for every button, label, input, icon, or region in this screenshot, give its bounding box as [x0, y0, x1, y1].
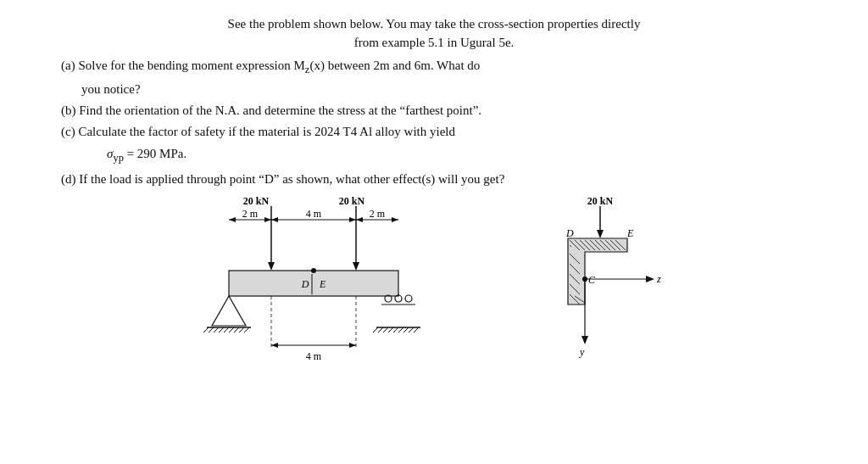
- svg-line-37: [388, 327, 393, 333]
- svg-marker-7: [229, 217, 236, 222]
- svg-marker-15: [356, 217, 363, 222]
- svg-line-38: [393, 327, 398, 333]
- part-b: (b) Find the orientation of the N.A. and…: [61, 101, 832, 120]
- svg-text:y: y: [579, 346, 585, 358]
- svg-text:20 kN: 20 kN: [242, 195, 269, 207]
- svg-text:E: E: [319, 278, 326, 290]
- svg-line-26: [214, 327, 219, 333]
- svg-line-36: [383, 327, 388, 333]
- svg-text:D: D: [565, 227, 574, 239]
- svg-marker-22: [212, 296, 246, 326]
- svg-marker-5: [353, 262, 359, 271]
- page: See the problem shown below. You may tak…: [19, 0, 849, 385]
- svg-marker-12: [349, 217, 356, 222]
- sigma-line: σyp = 290 MPa.: [107, 144, 832, 166]
- svg-text:z: z: [656, 273, 661, 285]
- svg-line-25: [209, 327, 214, 333]
- beam-diagram: 20 kN 20 kN 2 m 4 m 2 m: [195, 194, 509, 377]
- part-a-line1: (a) Solve for the bending moment express…: [61, 56, 832, 78]
- svg-marker-8: [264, 217, 271, 222]
- svg-line-24: [203, 327, 209, 333]
- svg-text:4 m: 4 m: [305, 350, 321, 362]
- svg-line-35: [378, 327, 383, 333]
- intro-text: See the problem shown below. You may tak…: [36, 15, 832, 53]
- svg-rect-18: [229, 271, 398, 296]
- svg-marker-50: [349, 343, 356, 348]
- svg-line-31: [239, 327, 244, 333]
- svg-line-30: [234, 327, 239, 333]
- svg-point-54: [311, 268, 316, 273]
- svg-line-29: [229, 327, 234, 333]
- svg-line-41: [409, 327, 414, 333]
- svg-marker-84: [581, 336, 588, 344]
- svg-line-39: [398, 327, 403, 333]
- svg-line-34: [373, 327, 378, 333]
- cross-section-diagram: 20 kN: [542, 194, 674, 377]
- intro-line1: See the problem shown below. You may tak…: [228, 17, 641, 31]
- svg-line-28: [224, 327, 229, 333]
- svg-point-45: [405, 295, 412, 302]
- svg-marker-57: [597, 230, 604, 238]
- svg-text:4 m: 4 m: [305, 208, 321, 220]
- svg-text:2 m: 2 m: [369, 208, 385, 220]
- svg-text:D: D: [300, 278, 309, 290]
- intro-line2: from example 5.1 in Ugural 5e.: [354, 36, 515, 49]
- svg-marker-81: [646, 276, 654, 282]
- svg-line-32: [244, 327, 249, 333]
- part-d: (d) If the load is applied through point…: [61, 170, 832, 189]
- svg-line-42: [414, 327, 419, 333]
- svg-text:20 kN: 20 kN: [338, 195, 364, 207]
- svg-text:20 kN: 20 kN: [587, 195, 613, 207]
- svg-marker-11: [271, 217, 278, 222]
- svg-marker-2: [268, 262, 275, 271]
- svg-text:E: E: [626, 227, 634, 239]
- svg-text:2 m: 2 m: [242, 208, 258, 220]
- diagrams-container: 20 kN 20 kN 2 m 4 m 2 m: [36, 194, 832, 377]
- part-c: (c) Calculate the factor of safety if th…: [61, 122, 832, 142]
- svg-line-27: [219, 327, 224, 333]
- problem-parts: (a) Solve for the bending moment express…: [61, 56, 832, 190]
- svg-line-40: [403, 327, 409, 333]
- svg-text:C: C: [588, 274, 596, 286]
- svg-marker-16: [392, 217, 398, 222]
- part-a-line2: you notice?: [81, 80, 832, 99]
- svg-marker-49: [271, 343, 278, 348]
